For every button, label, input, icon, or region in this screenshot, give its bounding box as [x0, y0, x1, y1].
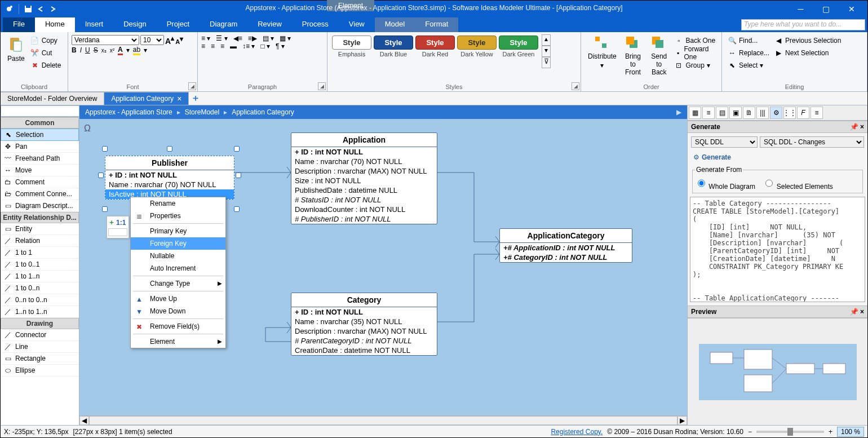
align-center-button[interactable]: ≡ — [211, 42, 215, 50]
toolbox-group-drawing[interactable]: Drawing — [1, 318, 79, 329]
toolbox-search-input[interactable] — [1, 105, 79, 117]
sel-handle[interactable] — [167, 146, 172, 152]
cm-nullable[interactable]: Nullable — [131, 250, 225, 262]
font-launcher-icon[interactable]: ◢ — [188, 82, 196, 90]
entity-field[interactable]: CreationDate : datetime NOT NULL — [291, 346, 437, 355]
underline-button[interactable]: U — [85, 46, 90, 54]
tab-project[interactable]: Project — [157, 17, 200, 32]
entity-field[interactable]: Description : nvarchar (MAX) NOT NULL — [291, 326, 437, 336]
zoom-slider[interactable] — [756, 431, 824, 433]
margins-button[interactable]: □ ▾ — [260, 42, 270, 50]
entity-application[interactable]: Application+ ID : int NOT NULLName : nva… — [291, 132, 437, 224]
cm-auto-increment[interactable]: Auto Increment — [131, 262, 225, 275]
style-emphasis[interactable]: Style — [332, 36, 371, 50]
v-align-button[interactable]: ▦ ▾ — [280, 34, 291, 42]
sel-handle[interactable] — [102, 206, 108, 212]
search-input[interactable]: Type here what you want to do... — [741, 19, 865, 30]
zoom-in-button[interactable]: + — [829, 428, 832, 436]
tab-home[interactable]: Home — [35, 17, 75, 32]
add-tab-button[interactable]: ＋ — [189, 92, 202, 105]
gen-format2-select[interactable]: SQL DDL - Changes — [760, 136, 864, 148]
tab-model[interactable]: Model — [375, 17, 415, 32]
entity-field[interactable]: Description : nvarchar (MAX) NOT NULL — [291, 166, 437, 176]
entity-field[interactable]: # ParentCategoryID : int NOT NULL — [291, 336, 437, 346]
toolbox-item-ellipse[interactable]: ⬭Ellipse — [1, 365, 79, 377]
toolbox-item-0-n-to-0-n[interactable]: ／0..n to 0..n — [1, 294, 79, 306]
tab-diagram[interactable]: Diagram — [200, 17, 247, 32]
toolbox-group-erd[interactable]: Entity Relationship D... — [1, 212, 79, 223]
subscript-button[interactable]: x₂ — [101, 47, 107, 54]
cut-button[interactable]: ✂️Cut — [28, 47, 64, 59]
entity-field[interactable]: + ID : int NOT NULL — [105, 170, 234, 180]
toolbox-item-1-n-to-1-n[interactable]: ／1..n to 1..n — [1, 306, 79, 318]
grow-font-icon[interactable]: A▴ — [165, 34, 174, 46]
italic-button[interactable]: I — [80, 46, 82, 54]
toolbox-item-rectangle[interactable]: ▭Rectangle — [1, 353, 79, 365]
toolbox-item-1-to-1[interactable]: ／1 to 1 — [1, 247, 79, 259]
entity-field[interactable]: DownloadCounter : int NOT NULL — [291, 205, 437, 214]
entity-field[interactable]: +# CategoryID : int NOT NULL — [500, 253, 632, 262]
entity-field[interactable]: + ID : int NOT NULL — [291, 307, 437, 317]
pin-icon[interactable]: 📌 — [850, 308, 858, 316]
style-dark-red[interactable]: Style — [415, 36, 455, 50]
selected-elements-radio[interactable]: Selected Elements — [763, 183, 832, 191]
rp-tool-8[interactable]: ⋮⋮ — [783, 107, 796, 119]
group-button[interactable]: ⊡Group ▾ — [672, 59, 718, 72]
entity-field[interactable]: Name : nvarchar (70) NOT NULL — [105, 180, 234, 189]
rp-tool-6[interactable]: ||| — [756, 107, 769, 119]
cm-foreign-key[interactable]: Foreign Key — [131, 237, 225, 250]
gen-format-select[interactable]: SQL DDL — [691, 136, 758, 148]
entity-field[interactable]: Size : int NOT NULL — [291, 176, 437, 185]
superscript-button[interactable]: x² — [110, 47, 114, 54]
font-name-select[interactable]: Verdana — [72, 35, 139, 45]
styles-gallery[interactable]: StyleEmphasisStyleDark BlueStyleDark Red… — [331, 34, 577, 68]
toolbox-item-diagram-descript-[interactable]: ▭Diagram Descript... — [1, 200, 79, 212]
align-right-button[interactable]: ≡ — [220, 42, 224, 50]
rp-tool-10[interactable]: ≡ — [811, 107, 823, 119]
next-selection-button[interactable]: ▶Next Selection — [772, 47, 843, 59]
paste-button[interactable]: Paste — [4, 34, 28, 72]
style-dark-blue[interactable]: Style — [374, 36, 413, 50]
registered-link[interactable]: Registered Copy. — [551, 428, 603, 436]
toolbox-item-selection[interactable]: ⬉Selection — [1, 129, 79, 141]
cm-change-type[interactable]: Change Type▶ — [131, 277, 225, 290]
zoom-value[interactable]: 100 % — [837, 427, 864, 437]
bullets-button[interactable]: ≡ ▾ — [201, 34, 210, 42]
h-scrollbar[interactable]: ◀ ▶ — [79, 415, 687, 425]
numbering-button[interactable]: ☰ ▾ — [216, 34, 227, 42]
entity-field[interactable]: # PublisherID : int NOT NULL — [291, 214, 437, 224]
tab-format[interactable]: Format — [415, 17, 458, 32]
text-dir-button[interactable]: ¶ ▾ — [276, 42, 285, 50]
doc-tab-storemodel[interactable]: StoreModel - Folder Overview — [1, 92, 104, 105]
copy-button[interactable]: 📄Copy — [28, 34, 64, 47]
whole-diagram-radio[interactable]: Whole Diagram — [695, 183, 755, 191]
font-color-button[interactable]: A — [118, 46, 123, 55]
undo-icon[interactable] — [35, 3, 46, 15]
toolbox-item-connector[interactable]: ／Connector — [1, 329, 79, 341]
rp-tool-2[interactable]: ≡ — [702, 107, 715, 119]
scroll-right-icon[interactable]: ▶ — [677, 416, 687, 425]
rp-tool-3[interactable]: ▤ — [716, 107, 728, 119]
entity-field[interactable]: Name : nvarchar (70) NOT NULL — [291, 157, 437, 166]
entity-field[interactable]: PublishedDate : datetime NULL — [291, 185, 437, 195]
cm-move-up[interactable]: ▲Move Up — [131, 293, 225, 305]
doc-tab-appcategory[interactable]: Application Category× — [104, 92, 189, 105]
scroll-left-icon[interactable]: ◀ — [79, 416, 89, 425]
bc-2[interactable]: Application Category — [232, 108, 294, 116]
toolbox-item-line[interactable]: ／Line — [1, 341, 79, 353]
toolbox-item-freehand-path[interactable]: 〰Freehand Path — [1, 153, 79, 165]
styles-scroll-down-icon[interactable]: ▾ — [542, 46, 551, 57]
panel-close-icon[interactable]: × — [860, 123, 864, 131]
bring-front-button[interactable]: Bring to Front — [620, 34, 646, 77]
font-color-dropdown-icon[interactable]: ▾ — [126, 46, 130, 54]
toolbox-item-1-to-1-n[interactable]: ／1 to 1..n — [1, 271, 79, 282]
diagram-canvas[interactable]: Ω Publisher+ ID : int NOT NULLName : nva… — [79, 119, 687, 415]
highlight-dropdown-icon[interactable]: ▾ — [144, 46, 147, 54]
cm-rename[interactable]: Rename — [131, 197, 225, 210]
delete-button[interactable]: ✖Delete — [28, 59, 64, 72]
entity-applicationcategory[interactable]: ApplicationCategory+# ApplicationID : in… — [499, 228, 632, 263]
paragraph-launcher-icon[interactable]: ◢ — [318, 82, 326, 90]
close-tab-icon[interactable]: × — [177, 94, 181, 103]
styles-more-icon[interactable]: ⊽ — [542, 57, 551, 68]
entity-publisher[interactable]: Publisher+ ID : int NOT NULLName : nvarc… — [105, 156, 234, 200]
